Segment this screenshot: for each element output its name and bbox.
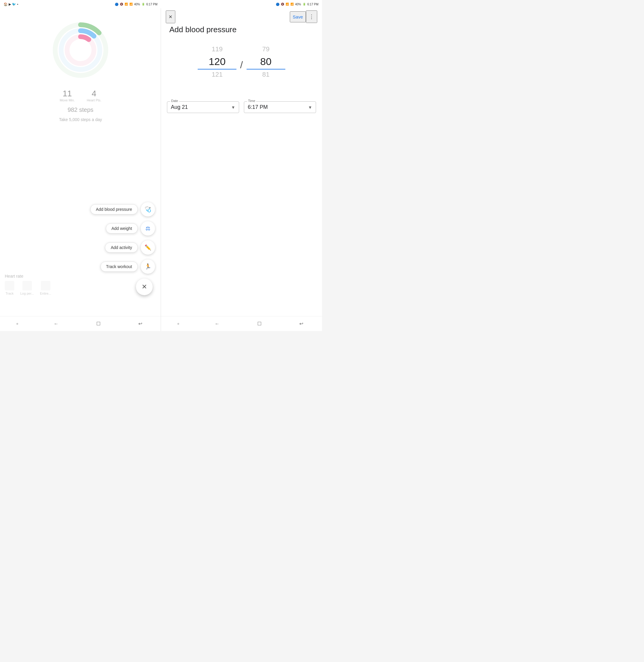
signal-icon-r: 📶 bbox=[291, 3, 294, 6]
mute-icon-r: 🔇 bbox=[281, 3, 284, 6]
systolic-next: 121 bbox=[212, 69, 223, 79]
blood-pressure-icon: 🩺 bbox=[145, 206, 151, 213]
fab-close-button[interactable]: ✕ bbox=[136, 278, 153, 295]
fab-label-workout: Track workout bbox=[100, 261, 138, 272]
fab-btn-weight[interactable]: ⚖ bbox=[141, 221, 155, 235]
nav-back[interactable]: ← bbox=[51, 319, 61, 329]
systolic-spinner[interactable]: 119 120 121 bbox=[198, 44, 236, 79]
date-field[interactable]: Date Aug 21 ▼ bbox=[167, 101, 239, 113]
nav-dot bbox=[16, 323, 18, 325]
form-title: Add blood pressure bbox=[169, 25, 236, 34]
hr-item-1: Track bbox=[5, 281, 14, 295]
status-right-right: 🔵 🔇 📶 📶 40% 🔋 6:17 PM bbox=[276, 3, 318, 6]
edit-icon: ✏️ bbox=[145, 244, 151, 251]
fab-label-weight: Add weight bbox=[106, 223, 138, 233]
nav-back-r[interactable]: ← bbox=[212, 319, 222, 329]
fab-item-workout[interactable]: Track workout 🏃 bbox=[100, 259, 155, 274]
wifi-icon: 📶 bbox=[124, 3, 128, 6]
move-min-label: Move Min. bbox=[60, 98, 75, 102]
fab-btn-activity[interactable]: ✏️ bbox=[141, 241, 155, 255]
heart-rate-section: Heart rate Track Log per... Entire... bbox=[5, 274, 51, 295]
ring-svg bbox=[51, 20, 110, 80]
nav-home[interactable]: ☐ bbox=[94, 318, 103, 329]
hr-label-3: Entire... bbox=[40, 292, 51, 295]
move-min-value: 11 bbox=[60, 89, 75, 98]
running-icon: 🏃 bbox=[145, 263, 151, 270]
hr-icon-1 bbox=[5, 281, 14, 291]
right-panel: 🔵 🔇 📶 📶 40% 🔋 6:17 PM × Save ⋮ Add blood… bbox=[161, 0, 322, 331]
bp-picker[interactable]: 119 120 121 / 79 80 81 bbox=[161, 44, 322, 79]
fab-item-blood-pressure[interactable]: Add blood pressure 🩺 bbox=[90, 202, 155, 216]
bluetooth-icon-r: 🔵 bbox=[276, 3, 279, 6]
fab-menu: Add blood pressure 🩺 Add weight ⚖ Add ac… bbox=[90, 202, 155, 295]
diastolic-spinner[interactable]: 79 80 81 bbox=[247, 44, 285, 79]
signal-icon: 📶 bbox=[130, 3, 133, 6]
save-button[interactable]: Save bbox=[290, 11, 306, 22]
battery-icon: 🔋 bbox=[142, 3, 145, 6]
date-time-row: Date Aug 21 ▼ Time 6:17 PM ▼ bbox=[167, 101, 316, 113]
hr-label-1: Track bbox=[5, 292, 14, 295]
nav-recent-r[interactable]: ↩ bbox=[297, 318, 306, 329]
wifi-icon-r: 📶 bbox=[285, 3, 289, 6]
app-icons: 🏠 ▶ 🐦 • bbox=[4, 2, 18, 6]
weight-icon: ⚖ bbox=[145, 225, 150, 232]
time-display-r: 6:17 PM bbox=[307, 3, 318, 6]
close-icon: ✕ bbox=[142, 283, 147, 291]
fab-item-weight[interactable]: Add weight ⚖ bbox=[106, 221, 155, 235]
battery-icon-r: 🔋 bbox=[303, 3, 306, 6]
diastolic-prev: 79 bbox=[262, 44, 269, 54]
bottom-nav-right: ← ☐ ↩ bbox=[161, 316, 322, 331]
activity-ring bbox=[51, 20, 110, 80]
more-button[interactable]: ⋮ bbox=[306, 10, 317, 23]
hr-label-2: Log per... bbox=[20, 292, 34, 295]
bluetooth-icon: 🔵 bbox=[115, 3, 118, 6]
status-bar-left-panel: 🏠 ▶ 🐦 • 🔵 🔇 📶 📶 40% 🔋 6:17 PM bbox=[0, 0, 161, 8]
status-icons-left: 🏠 ▶ 🐦 • bbox=[4, 2, 18, 6]
mute-icon: 🔇 bbox=[120, 3, 123, 6]
date-display: Aug 21 bbox=[171, 104, 188, 110]
time-field[interactable]: Time 6:17 PM ▼ bbox=[244, 101, 316, 113]
hr-item-3: Entire... bbox=[40, 281, 51, 295]
diastolic-next: 81 bbox=[262, 69, 269, 79]
heart-pts-stat: 4 Heart Pts. bbox=[87, 89, 101, 102]
battery-percent-r: 40% bbox=[295, 3, 301, 6]
time-value[interactable]: 6:17 PM ▼ bbox=[248, 104, 312, 110]
fab-label-activity: Add activity bbox=[105, 243, 138, 253]
heart-pts-label: Heart Pts. bbox=[87, 98, 101, 102]
heart-rate-items: Track Log per... Entire... bbox=[5, 281, 51, 295]
battery-percent: 40% bbox=[134, 3, 140, 6]
date-value[interactable]: Aug 21 ▼ bbox=[171, 104, 235, 110]
fab-label-blood-pressure: Add blood pressure bbox=[90, 204, 138, 214]
bottom-nav-left: ← ☐ ↩ bbox=[0, 316, 161, 331]
steps-count: 982 steps bbox=[68, 107, 94, 113]
hr-item-2: Log per... bbox=[20, 281, 34, 295]
hr-icon-2 bbox=[22, 281, 32, 291]
fab-btn-workout[interactable]: 🏃 bbox=[141, 259, 155, 274]
time-display-field: 6:17 PM bbox=[248, 104, 268, 110]
time-display: 6:17 PM bbox=[146, 3, 157, 6]
diastolic-value[interactable]: 80 bbox=[247, 54, 285, 69]
steps-label: steps bbox=[79, 107, 94, 113]
left-panel: 🏠 ▶ 🐦 • 🔵 🔇 📶 📶 40% 🔋 6:17 PM bbox=[0, 0, 161, 331]
heart-rate-title: Heart rate bbox=[5, 274, 51, 278]
status-bar-right-panel: 🔵 🔇 📶 📶 40% 🔋 6:17 PM bbox=[161, 0, 322, 8]
nav-recent[interactable]: ↩ bbox=[136, 318, 145, 329]
time-dropdown-arrow: ▼ bbox=[308, 105, 312, 110]
systolic-prev: 119 bbox=[212, 44, 223, 54]
fab-item-activity[interactable]: Add activity ✏️ bbox=[105, 241, 155, 255]
fab-btn-blood-pressure[interactable]: 🩺 bbox=[141, 202, 155, 216]
heart-pts-value: 4 bbox=[87, 89, 101, 98]
date-label: Date bbox=[170, 99, 179, 102]
close-button[interactable]: × bbox=[166, 10, 175, 23]
stats-row: 11 Move Min. 4 Heart Pts. bbox=[60, 89, 101, 102]
nav-dot-r bbox=[177, 323, 179, 325]
bp-separator: / bbox=[240, 59, 243, 71]
status-right: 🔵 🔇 📶 📶 40% 🔋 6:17 PM bbox=[115, 3, 157, 6]
goal-text: Take 5,000 steps a day bbox=[59, 117, 102, 122]
nav-home-r[interactable]: ☐ bbox=[255, 318, 264, 329]
move-min-stat: 11 Move Min. bbox=[60, 89, 75, 102]
hr-icon-3 bbox=[41, 281, 50, 291]
systolic-value[interactable]: 120 bbox=[198, 54, 236, 69]
form-header: × Save ⋮ bbox=[161, 8, 322, 25]
date-dropdown-arrow: ▼ bbox=[231, 105, 235, 110]
